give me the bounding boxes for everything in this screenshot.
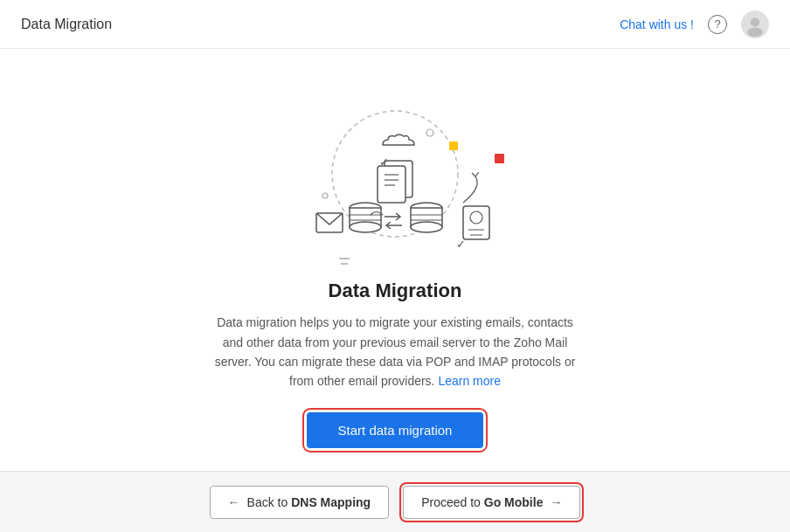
svg-point-22 bbox=[470, 211, 482, 224]
svg-point-32 bbox=[322, 193, 328, 198]
chat-link[interactable]: Chat with us ! bbox=[620, 17, 694, 31]
svg-point-1 bbox=[747, 27, 763, 37]
svg-point-10 bbox=[411, 222, 442, 232]
svg-point-0 bbox=[751, 17, 760, 27]
proceed-button[interactable]: Proceed to Go Mobile → bbox=[403, 486, 580, 519]
avatar[interactable] bbox=[741, 10, 769, 38]
svg-point-31 bbox=[426, 129, 433, 136]
svg-text:✓: ✓ bbox=[379, 155, 389, 169]
learn-more-link[interactable]: Learn more bbox=[438, 374, 501, 388]
svg-rect-14 bbox=[378, 166, 405, 203]
back-button[interactable]: ← Back to DNS Mapping bbox=[210, 486, 390, 519]
migration-svg: ✓ ✓ bbox=[273, 73, 517, 266]
illustration: ✓ ✓ bbox=[273, 73, 517, 266]
svg-text:✓: ✓ bbox=[456, 238, 466, 251]
svg-point-5 bbox=[350, 222, 381, 232]
section-description: Data migration helps you to migrate your… bbox=[211, 313, 579, 391]
help-icon[interactable]: ? bbox=[708, 15, 727, 34]
footer: ← Back to DNS Mapping Proceed to Go Mobi… bbox=[0, 471, 790, 532]
svg-rect-28 bbox=[495, 154, 504, 163]
header: Data Migration Chat with us ! ? bbox=[0, 0, 790, 49]
section-title: Data Migration bbox=[329, 280, 462, 302]
proceed-arrow-icon: → bbox=[550, 495, 562, 509]
back-arrow-icon: ← bbox=[228, 495, 240, 509]
header-actions: Chat with us ! ? bbox=[620, 10, 769, 38]
main-content: ✓ ✓ Data Migration D bbox=[0, 49, 790, 471]
start-migration-button[interactable]: Start data migration bbox=[307, 412, 484, 448]
page-title: Data Migration bbox=[21, 17, 112, 32]
svg-rect-27 bbox=[449, 142, 458, 150]
